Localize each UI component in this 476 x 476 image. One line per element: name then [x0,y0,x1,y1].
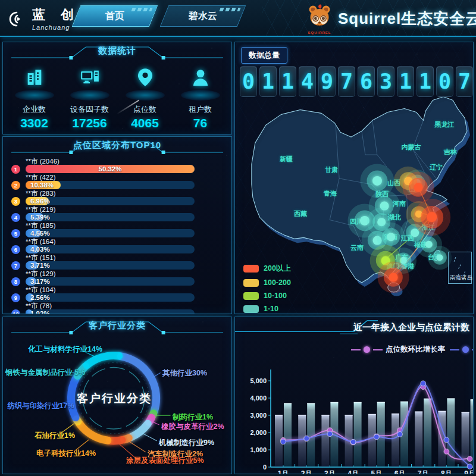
stat-value: 3302 [8,116,61,130]
tab-home[interactable]: 首页 [72,5,158,27]
trend-title: 近一年接入企业与点位累计数 [353,322,469,333]
panel-title: 点位区域分布TOP10 [3,140,231,151]
top10-row[interactable]: **市 (422)210.38% [9,173,223,189]
province-label: 黑龙江 [435,120,455,129]
top10-bar-list: **市 (2046)150.32%**市 (422)210.38%**市 (28… [3,155,231,314]
top10-row[interactable]: **市 (2046)150.32% [9,157,223,173]
donut-segment-label: 纺织与印染行业17% [7,401,74,411]
province-label: 四川 [350,217,363,226]
brand-logo[interactable]: 蓝 创 Lanchuang [8,6,80,31]
lanchuang-logo-icon [8,8,26,29]
total-data-label: 数据总量 [241,47,287,64]
legend-label: 1-10 [264,305,278,313]
province-label: 台湾 [428,253,441,262]
top10-pct-label: 10.38% [30,181,54,189]
top10-rank-badge: 4 [11,213,20,222]
donut-segment-label: 电子科技行业14% [36,449,96,459]
app-title: Squirrel生态安全云平台 [338,8,476,29]
svg-text:5,000: 5,000 [250,377,267,384]
stat-tenants: 租户数 76 [174,65,227,130]
counter-digit: 6 [358,66,375,97]
province-label: 西藏 [294,209,307,218]
top10-row[interactable]: **市 (283)36.96% [9,189,223,205]
panel-title-bar: 数据统计 [3,42,231,60]
stat-label: 设备因子数 [63,104,117,115]
top10-rank-badge: 3 [11,197,20,206]
province-label: 湖南 [384,233,397,242]
svg-text:4月: 4月 [347,469,359,474]
logo-title: 蓝 创 [32,6,80,24]
donut-segment-label: 石油行业1% [35,431,75,441]
map-legend-item: 1-10 [243,305,291,313]
svg-text:6月: 6月 [394,469,406,474]
counter-digit: 7 [338,66,355,97]
svg-text:2,000: 2,000 [250,429,267,436]
svg-text:1,000: 1,000 [250,446,267,453]
user-icon [190,67,211,87]
panel-region-top10: 点位区域分布TOP10 **市 (2046)150.32%**市 (422)21… [2,136,232,314]
top10-rank-badge: 7 [11,261,20,270]
province-label: 福建 [414,240,427,249]
donut-segment-label: 化工与材料学行业14% [28,345,102,355]
south-china-sea-inset: 南海诸岛 [448,252,472,284]
top10-rank-badge: 2 [11,181,20,190]
stat-label: 点位数 [118,104,172,115]
top10-row[interactable]: **市 (78)101.92% [9,302,223,314]
main-nav: 首页 碧水云 [76,5,242,27]
counter-digit: 3 [377,66,394,97]
legend-dash [351,349,361,350]
stat-value: 17256 [63,116,117,130]
svg-text:3月: 3月 [324,469,336,474]
top10-bar-track: 2.56% [26,293,195,302]
donut-segment-label: 机械制造行业9% [159,438,214,448]
tab-bishuiyun[interactable]: 碧水云 [160,5,246,27]
panel-title: 数据统计 [3,45,231,57]
counter-digit: 0 [436,66,453,97]
map-legend: 200以上100-20010-1001-10 [243,264,291,314]
stat-label: 租户数 [174,104,227,115]
stat-value: 76 [174,116,227,130]
top10-bar-track: 6.96% [26,197,195,205]
top10-row[interactable]: **市 (104)92.56% [9,286,223,302]
top10-rank-badge: 1 [11,165,20,174]
svg-text:1月: 1月 [278,469,289,474]
counter-digit: 1 [397,66,414,97]
province-label: 山东 [409,184,422,193]
top10-row[interactable]: **市 (164)64.03% [9,237,223,253]
legend-swatch [243,265,259,273]
province-label: 辽宁 [430,163,443,172]
legend-label: 200以上 [264,264,291,274]
legend-label: 10-100 [264,292,287,300]
svg-text:7月: 7月 [418,469,429,474]
trend-combo-chart[interactable]: 01,0002,0003,0004,0005,0001月2月3月4月5月6月7月… [235,352,474,474]
legend-dash [373,349,383,350]
province-label: 甘肃 [325,165,338,174]
top10-bar-track: 3.71% [26,261,195,270]
top10-row[interactable]: **市 (151)73.71% [9,253,223,270]
stat-value: 4065 [118,116,172,130]
svg-text:4,000: 4,000 [250,394,267,402]
donut-segment-label: 橡胶与皮革行业2% [161,422,224,432]
top10-rank-badge: 5 [11,229,20,238]
counter-digit: 7 [456,66,473,97]
top10-row[interactable]: **市 (185)54.55% [9,221,223,237]
province-label: 吉林 [444,148,457,156]
svg-text:3,000: 3,000 [250,412,267,419]
top10-pct-label: 2.56% [30,293,50,302]
legend-swatch [243,305,259,313]
svg-text:8月: 8月 [441,469,452,474]
province-label: 浙江 [422,223,435,232]
top10-pct-label: 3.71% [30,261,50,270]
stat-points: 点位数 4065 [118,65,172,130]
top10-pct-label: 5.39% [30,213,50,221]
top10-bar-track: 3.17% [26,277,195,286]
donut-segment-label: 涂层及表面处理行业5% [126,456,204,466]
panel-china-map: 新疆西藏青海甘肃内蒙古黑龙江吉林辽宁山西陕西河南山东湖北四川云南湖南江西浙江福建… [234,42,474,314]
top10-row[interactable]: **市 (129)83.17% [9,270,223,286]
top10-rank-badge: 9 [11,293,20,302]
squirrel-mascot-icon [306,2,333,30]
panel-yearly-trend: 近一年接入企业与点位累计数 点位数环比增长率 01,0002,0003,0004… [234,317,474,474]
map-legend-item: 200以上 [243,264,291,274]
top10-row[interactable]: **市 (219)45.39% [9,205,223,221]
counter-digit: 1 [279,66,296,97]
